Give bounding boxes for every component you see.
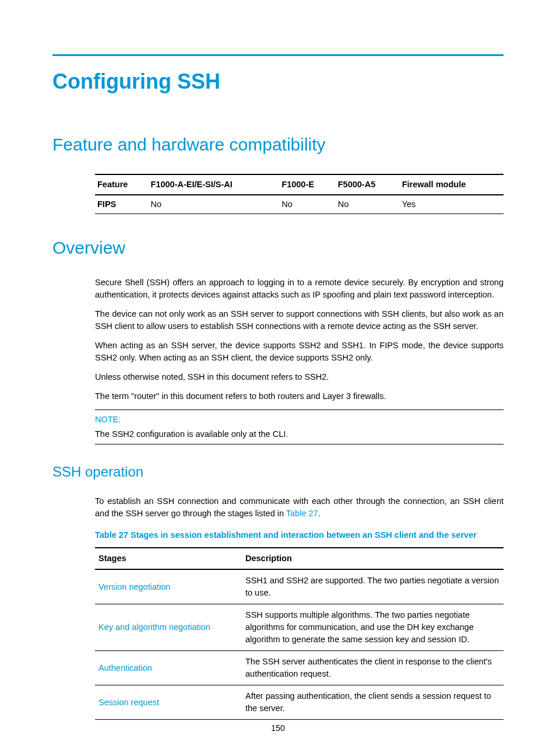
table-ref-link[interactable]: Table 27	[286, 509, 318, 518]
compat-td: No	[279, 195, 335, 214]
stages-table: Stages Description Version negotiation S…	[95, 547, 504, 720]
stage-link[interactable]: Version negotiation	[98, 582, 170, 592]
page-title: Configuring SSH	[52, 66, 504, 97]
stage-link[interactable]: Key and algorithm negotiation	[98, 622, 210, 632]
compat-td: Yes	[400, 195, 504, 214]
compat-td: FIPS	[95, 195, 149, 214]
note-label: NOTE:	[95, 414, 504, 426]
stage-desc: The SSH server authenticates the client …	[242, 651, 504, 685]
stage-link[interactable]: Session request	[98, 698, 159, 707]
sshop-intro: To establish an SSH connection and commu…	[95, 495, 504, 520]
stage-desc: After passing authentication, the client…	[242, 685, 504, 720]
compat-th: F1000-A-EI/E-SI/S-AI	[149, 174, 280, 195]
overview-para: Secure Shell (SSH) offers an approach to…	[95, 276, 504, 301]
note-text: The SSH2 configuration is available only…	[95, 428, 504, 440]
overview-para: The device can not only work as an SSH s…	[95, 308, 504, 332]
stage-desc: SSH supports multiple algorithms. The tw…	[242, 604, 504, 651]
compat-th: F5000-A5	[336, 174, 400, 195]
subsection-sshop-heading: SSH operation	[52, 462, 504, 482]
section-compat-heading: Feature and hardware compatibility	[52, 132, 504, 158]
compat-td: No	[149, 195, 280, 214]
stage-link[interactable]: Authentication	[98, 663, 152, 673]
compat-table: Feature F1000-A-EI/E-SI/S-AI F1000-E F50…	[95, 174, 504, 214]
section-overview-heading: Overview	[52, 235, 504, 261]
compat-td: No	[336, 195, 400, 214]
sshop-intro-suffix: .	[318, 509, 321, 518]
compat-th: Feature	[95, 174, 149, 195]
stages-th: Stages	[95, 548, 242, 569]
page-number: 150	[0, 722, 556, 734]
note-box: NOTE: The SSH2 configuration is availabl…	[95, 410, 504, 444]
stages-th: Description	[242, 548, 504, 569]
table-caption: Table 27 Stages in session establishment…	[95, 529, 504, 541]
overview-para: The term "router" in this document refer…	[95, 390, 504, 402]
overview-para: When acting as an SSH server, the device…	[95, 340, 504, 364]
top-rule	[52, 54, 504, 56]
compat-th: Firewall module	[400, 174, 504, 195]
compat-th: F1000-E	[279, 174, 335, 195]
stage-desc: SSH1 and SSH2 are supported. The two par…	[242, 569, 504, 604]
overview-para: Unless otherwise noted, SSH in this docu…	[95, 371, 504, 383]
